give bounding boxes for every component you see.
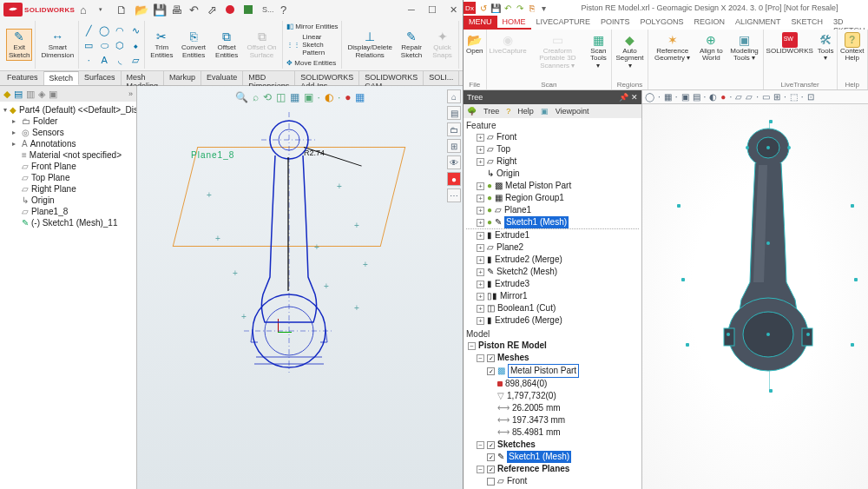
slot-icon: ⬭ — [98, 39, 110, 51]
new-icon[interactable]: 🗋 — [116, 3, 128, 16]
tree-tab[interactable]: Tree — [483, 107, 499, 116]
sw-task-pane[interactable]: ⌂▤🗀 ⊞👁●⋯ — [447, 89, 461, 202]
tab-sketch[interactable]: Sketch — [44, 71, 80, 85]
home-icon[interactable]: ⌂ — [80, 3, 92, 16]
scan-tools-button[interactable]: ▦Scan Tools ▾ — [588, 31, 609, 70]
gx-menu-button[interactable]: MENU — [464, 16, 497, 30]
auto-segment-button[interactable]: ◆Auto Segment ▾ — [614, 31, 646, 70]
help-icon[interactable]: ? — [280, 3, 293, 16]
tab-mesh-modeling[interactable]: Mesh Modeling — [122, 71, 165, 85]
line-icon: ╱ — [82, 24, 95, 36]
linear-pattern-button[interactable]: ⋮⋮Linear Sketch Pattern — [286, 33, 339, 56]
tab-region[interactable]: REGION — [688, 16, 730, 30]
tab-overflow1[interactable]: SOLI... — [424, 71, 459, 85]
tab-surfaces[interactable]: Surfaces — [79, 71, 122, 85]
qat-redo-icon[interactable]: ↷ — [515, 3, 524, 13]
tab-evaluate[interactable]: Evaluate — [201, 71, 243, 85]
gx-view-toolbar[interactable]: ◯·▦· ▣▤· ◐●· ▱▱· ▭⊞· ⬚·⊡ — [642, 90, 868, 104]
rect-icon: ▭ — [82, 39, 95, 51]
sw-feature-manager: ◆ ▤ ▥ ◈ ▣ » ▾◆Part4 (Default) <<Default>… — [0, 86, 137, 489]
viewpoint-tab-icon[interactable]: ▣ — [541, 107, 549, 116]
gx-feature-tree[interactable]: Feature +▱Front +▱Top +▱Right ↳Origin +●… — [464, 118, 641, 489]
help-tab-icon[interactable]: ? — [506, 107, 510, 116]
offset-entities-button[interactable]: ⧉Offset Entities — [213, 30, 241, 60]
qat-undo-icon[interactable]: ↶ — [503, 3, 512, 13]
save-icon[interactable]: 💾 — [153, 3, 165, 16]
lt-tools-button[interactable]: 🛠Tools ▾ — [817, 31, 835, 63]
fm-tab-tree-icon[interactable]: ◆ — [3, 89, 10, 100]
solidworks-transfer-button[interactable]: SOLIDWORKS — [766, 31, 814, 56]
tree-item: ▸◎Sensors — [2, 127, 135, 138]
qat-save-icon[interactable]: 💾 — [490, 3, 500, 13]
tab-sw-cam[interactable]: SOLIDWORKS CAM — [359, 71, 424, 85]
reference-geometry-button[interactable]: ✶Reference Geometry ▾ — [650, 31, 694, 63]
tab-mbd-dimensions[interactable]: MBD Dimensions — [243, 71, 295, 85]
quick-snaps-button[interactable]: ✦Quick Snaps — [429, 30, 456, 60]
sketch-shape-grid[interactable]: ╱◯◠∿ ▭⬭⬡⬥ ·A◟▱ — [82, 24, 141, 66]
tab-sketch[interactable]: SKETCH — [786, 16, 828, 30]
tree-item: ▱Right Plane — [2, 183, 135, 195]
tab-markup[interactable]: Markup — [164, 71, 201, 85]
tab-3dsketch[interactable]: 3D SKETCH — [828, 16, 868, 30]
repair-sketch-button[interactable]: ✎Repair Sketch — [397, 30, 426, 60]
tab-polygons[interactable]: POLYGONS — [635, 16, 689, 30]
view-pane-icon: 👁 — [447, 155, 461, 169]
context-help-button[interactable]: ?Context Help — [839, 31, 866, 63]
poly-icon: ⬡ — [114, 39, 126, 51]
rebuild-icon[interactable] — [226, 3, 238, 16]
modeling-tools-button[interactable]: ▣Modeling Tools ▾ — [727, 31, 760, 63]
tree-item: ▱Plane1_8 — [2, 206, 135, 217]
smart-dimension-button[interactable]: ↔Smart Dimension — [39, 30, 76, 60]
qat-drop-icon[interactable]: ▾ — [539, 3, 549, 13]
tab-livecapture[interactable]: LIVECAPTURE — [531, 16, 596, 30]
convert-entities-button[interactable]: ⎘Convert Entities — [177, 30, 209, 60]
home-drop-icon[interactable] — [98, 3, 110, 16]
print-icon[interactable]: 🖶 — [171, 3, 183, 16]
open-icon[interactable]: 📂 — [135, 3, 147, 16]
sw-fm-tree[interactable]: ▾◆Part4 (Default) <<Default>_Display S ▸… — [0, 102, 136, 489]
tab-home[interactable]: HOME — [497, 16, 531, 30]
close-icon[interactable]: ✕ — [447, 3, 459, 16]
select-icon[interactable]: ⬀ — [207, 3, 220, 16]
qat-cmd-icon[interactable]: ⎘ — [527, 3, 536, 13]
feature-section-header: Feature — [466, 120, 639, 131]
gx-3d-viewport[interactable] — [642, 104, 868, 489]
fm-tab-config-icon[interactable]: ▥ — [26, 89, 35, 100]
connecting-rod-sketch — [220, 103, 358, 381]
tree-item: ≡Material <not specified> — [2, 149, 135, 161]
mirror-entities-button[interactable]: ▮▯Mirror Entities — [286, 23, 338, 30]
fm-expand-icon[interactable]: » — [128, 89, 133, 98]
maximize-icon[interactable]: ☐ — [426, 3, 438, 16]
gx-appmenu-icon[interactable]: Dx — [464, 2, 476, 14]
creaform-scanners-button: ▭Creaform Portable 3D Scanners ▾ — [530, 31, 585, 70]
vt-icon: ▦ — [664, 92, 672, 102]
display-delete-relations-button[interactable]: ⊥Display/Delete Relations — [345, 30, 394, 60]
fm-tab-display-icon[interactable]: ▣ — [49, 89, 57, 100]
open-button[interactable]: 📂Open — [465, 31, 484, 56]
tab-points[interactable]: POINTS — [595, 16, 635, 30]
exit-sketch-button[interactable]: ✎Exit Sketch — [6, 29, 32, 61]
tab-sw-addins[interactable]: SOLIDWORKS Add-Ins — [295, 71, 359, 85]
meshes-header: Meshes — [497, 352, 529, 364]
trim-entities-button[interactable]: ✂Trim Entities — [148, 30, 174, 60]
viewpoint-tab[interactable]: Viewpoint — [556, 107, 589, 116]
pin-icon[interactable]: 📌 ✕ — [619, 93, 638, 102]
ref-planes-header: Reference Planes — [497, 463, 569, 475]
fm-tab-dim-icon[interactable]: ◈ — [38, 89, 45, 100]
align-to-world-button[interactable]: ⊕Align to World — [697, 31, 725, 63]
sw-graphics-area[interactable]: 🔍⌕⟲ ◫▦ ▣· ◐· ● ▦ ⌂▤🗀 ⊞👁●⋯ Plane1_8 R2.74… — [137, 86, 463, 489]
move-entities-button[interactable]: ✥Move Entities — [286, 59, 336, 67]
offset-on-surface-button[interactable]: ⧉Offset On Surface — [244, 30, 280, 60]
tree-tab-icon[interactable]: 🌳 — [467, 107, 477, 116]
help-tab[interactable]: Help — [517, 107, 534, 116]
tab-features[interactable]: Features — [2, 71, 44, 85]
qat-reset-icon[interactable]: ↺ — [478, 3, 488, 13]
undo-icon[interactable]: ↶ — [189, 3, 201, 16]
fm-tab-property-icon[interactable]: ▤ — [14, 89, 23, 100]
minimize-icon[interactable]: ─ — [405, 3, 418, 16]
tab-alignment[interactable]: ALIGNMENT — [730, 16, 786, 30]
search-label[interactable]: S... — [262, 3, 274, 16]
mesh-stat: 26.2005 mm — [512, 402, 561, 414]
appearance-icon: ● — [345, 91, 351, 103]
options-icon[interactable] — [244, 3, 256, 16]
